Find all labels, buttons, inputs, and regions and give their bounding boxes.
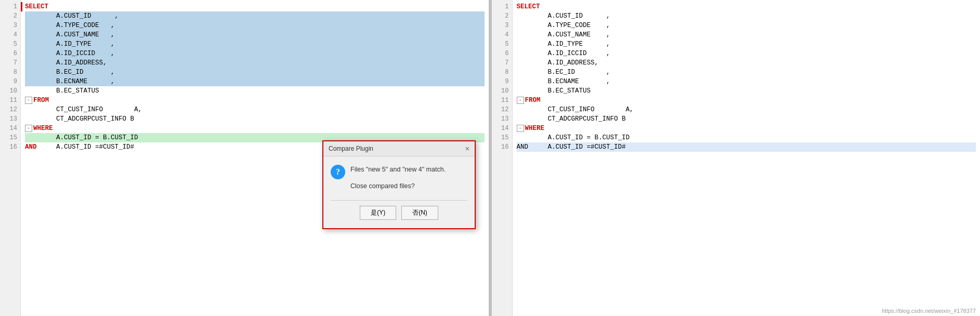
code-line: A.ID_ICCID , xyxy=(517,49,976,58)
line-number: 12 xyxy=(0,105,20,114)
code-line: B.EC_ID , xyxy=(25,68,485,77)
line-number: 9 xyxy=(0,77,20,86)
line-number: 15 xyxy=(0,133,20,142)
modal-message-line2: Close compared files? xyxy=(350,182,415,190)
line-number: 13 xyxy=(492,114,512,124)
code-line: A.TYPE_CODE , xyxy=(517,21,976,30)
code-line: -WHERE xyxy=(517,124,976,133)
code-line: B.EC_STATUS xyxy=(25,86,485,96)
modal-buttons: 是(Y) 否(N) xyxy=(331,206,467,222)
modal-body: ? Files "new 5" and "new 4" match. Close… xyxy=(323,156,475,228)
left-line-numbers: 12345678910111213141516 xyxy=(0,0,21,316)
code-line: CT_ADCGRPCUST_INFO B xyxy=(25,114,485,124)
line-number: 10 xyxy=(0,86,20,96)
code-line: B.EC_ID , xyxy=(517,68,976,77)
right-code-content: SELECT A.CUST_ID , A.TYPE_CODE , A.CUST_… xyxy=(513,0,981,316)
code-line: A.CUST_NAME , xyxy=(517,30,976,40)
code-line: AND A.CUST_ID =#CUST_ID# xyxy=(517,142,976,152)
code-line: -WHERE xyxy=(25,124,485,133)
line-number: 3 xyxy=(0,21,20,30)
line-number: 8 xyxy=(492,68,512,77)
line-number: 7 xyxy=(0,58,20,68)
line-number: 2 xyxy=(492,11,512,21)
code-line: B.ECNAME , xyxy=(517,77,976,86)
line-number: 9 xyxy=(492,77,512,86)
code-line: CT_CUST_INFO A, xyxy=(25,105,485,114)
code-line: A.TYPE_CODE , xyxy=(25,21,485,30)
code-line: A.CUST_ID = B.CUST_ID xyxy=(517,133,976,142)
line-number: 5 xyxy=(0,40,20,49)
line-number: 16 xyxy=(492,142,512,152)
watermark: https://blog.csdn.net/weixin_#178377 xyxy=(882,308,976,314)
line-number: 11 xyxy=(0,96,20,105)
code-line: A.CUST_ID , xyxy=(517,11,976,21)
line-number: 1 xyxy=(0,2,20,11)
line-number: 6 xyxy=(492,49,512,58)
line-number: 7 xyxy=(492,58,512,68)
line-number: 5 xyxy=(492,40,512,49)
line-number: 4 xyxy=(0,30,20,40)
modal-message-row: ? Files "new 5" and "new 4" match. xyxy=(331,165,446,179)
line-number: 13 xyxy=(0,114,20,124)
line-number: 12 xyxy=(492,105,512,114)
code-line: B.ECNAME , xyxy=(25,77,485,86)
code-line: SELECT xyxy=(25,2,485,11)
modal-yes-button[interactable]: 是(Y) xyxy=(360,206,396,220)
code-line: A.CUST_ID , xyxy=(25,11,485,21)
right-code-pane: 12345678910111213141516 SELECT A.CUST_ID… xyxy=(492,0,981,316)
code-line: A.ID_TYPE , xyxy=(25,40,485,49)
code-line: -FROM xyxy=(517,96,976,105)
code-line: SELECT xyxy=(517,2,976,11)
right-line-numbers: 12345678910111213141516 xyxy=(492,0,513,316)
code-line: CT_CUST_INFO A, xyxy=(517,105,976,114)
line-number: 11 xyxy=(492,96,512,105)
line-number: 14 xyxy=(0,124,20,133)
code-line: CT_ADCGRPCUST_INFO B xyxy=(517,114,976,124)
line-number: 15 xyxy=(492,133,512,142)
modal-separator xyxy=(331,200,467,201)
line-number: 8 xyxy=(0,68,20,77)
code-line: A.ID_ICCID , xyxy=(25,49,485,58)
line-number: 14 xyxy=(492,124,512,133)
line-number: 4 xyxy=(492,30,512,40)
modal-question-icon: ? xyxy=(331,165,345,179)
code-line: A.ID_ADDRESS, xyxy=(25,58,485,68)
code-line: A.CUST_NAME , xyxy=(25,30,485,40)
modal-message-line1: Files "new 5" and "new 4" match. xyxy=(350,165,446,175)
modal-no-button[interactable]: 否(N) xyxy=(401,206,438,220)
modal-title: Compare Plugin xyxy=(329,145,373,152)
line-number: 1 xyxy=(492,2,512,11)
line-number: 3 xyxy=(492,21,512,30)
code-line: A.ID_ADDRESS, xyxy=(517,58,976,68)
line-number: 2 xyxy=(0,11,20,21)
code-line: A.ID_TYPE , xyxy=(517,40,976,49)
line-number: 16 xyxy=(0,142,20,152)
line-number: 6 xyxy=(0,49,20,58)
modal-close-button[interactable]: × xyxy=(465,144,469,153)
compare-plugin-dialog: Compare Plugin × ? Files "new 5" and "ne… xyxy=(322,140,476,229)
line-number: 10 xyxy=(492,86,512,96)
code-line: B.EC_STATUS xyxy=(517,86,976,96)
modal-titlebar: Compare Plugin × xyxy=(323,141,475,156)
code-line: -FROM xyxy=(25,96,485,105)
